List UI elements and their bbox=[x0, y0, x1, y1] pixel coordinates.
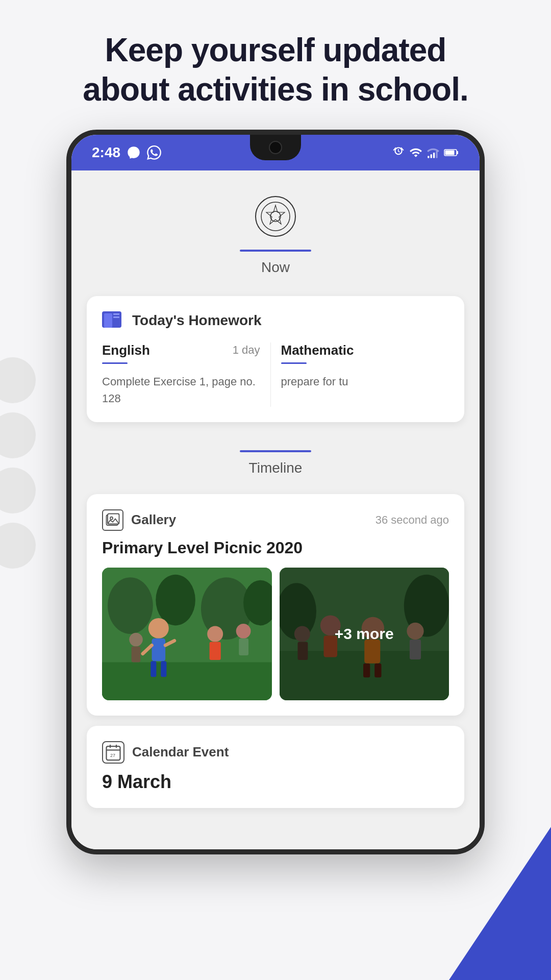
page-title: Keep yourself updated about activities i… bbox=[41, 31, 510, 109]
svg-point-9 bbox=[270, 211, 281, 222]
wifi-icon bbox=[409, 146, 422, 159]
gallery-images: +3 more bbox=[102, 568, 449, 700]
subject-math-name: Mathematic bbox=[281, 342, 354, 358]
svg-rect-34 bbox=[239, 638, 248, 655]
subject-math: Mathematic prepare for tu bbox=[270, 342, 449, 407]
svg-rect-2 bbox=[433, 153, 435, 158]
svg-point-29 bbox=[207, 626, 223, 642]
svg-rect-3 bbox=[436, 151, 437, 158]
alarm-icon bbox=[392, 146, 405, 159]
school-logo bbox=[255, 196, 296, 237]
subject-english-due: 1 day bbox=[233, 344, 260, 357]
subjects-row: English 1 day Complete Exercise 1, page … bbox=[102, 342, 449, 407]
subject-english-desc: Complete Exercise 1, page no. 128 bbox=[102, 373, 260, 407]
status-right-icons bbox=[392, 146, 459, 159]
calendar-icon: 27 bbox=[102, 741, 124, 764]
status-bar: 2:48 bbox=[71, 135, 480, 170]
svg-rect-1 bbox=[431, 154, 432, 158]
svg-point-33 bbox=[236, 624, 251, 639]
phone-frame: 2:48 bbox=[66, 130, 485, 854]
svg-point-19 bbox=[108, 577, 153, 634]
subject-math-desc: prepare for tu bbox=[281, 373, 439, 390]
gallery-image-1[interactable] bbox=[102, 568, 272, 700]
calendar-card: 27 Calendar Event 9 March bbox=[87, 726, 464, 808]
more-overlay: +3 more bbox=[280, 568, 449, 700]
svg-rect-6 bbox=[457, 151, 458, 154]
now-tab-indicator bbox=[240, 250, 311, 252]
gallery-card-time: 36 second ago bbox=[375, 513, 449, 527]
svg-rect-18 bbox=[102, 662, 272, 700]
signal-icon bbox=[427, 146, 440, 159]
svg-point-23 bbox=[148, 618, 169, 639]
book-icon bbox=[102, 311, 124, 330]
subject-english-name: English bbox=[102, 342, 150, 358]
now-tab-label[interactable]: Now bbox=[261, 259, 290, 276]
whatsapp-icon bbox=[147, 145, 161, 160]
homework-card-title: Today's Homework bbox=[132, 312, 262, 329]
calendar-card-type: Calendar Event bbox=[132, 744, 229, 760]
status-left-icons: 2:48 bbox=[92, 144, 161, 161]
svg-text:27: 27 bbox=[110, 753, 115, 758]
subject-english-underline bbox=[102, 362, 128, 364]
timeline-section: Timeline bbox=[71, 432, 480, 484]
svg-point-20 bbox=[156, 574, 195, 625]
status-time: 2:48 bbox=[92, 144, 120, 161]
header-section: Keep yourself updated about activities i… bbox=[0, 0, 551, 130]
svg-rect-12 bbox=[113, 313, 119, 315]
gallery-card-title: Primary Level Picnic 2020 bbox=[102, 538, 449, 557]
phone-notch bbox=[250, 135, 301, 160]
calendar-date: 9 March bbox=[102, 771, 449, 793]
gallery-image-2[interactable]: +3 more bbox=[280, 568, 449, 700]
homework-card-header: Today's Homework bbox=[102, 311, 449, 330]
more-count-label: +3 more bbox=[335, 625, 394, 643]
gallery-card-header: Gallery 36 second ago bbox=[102, 509, 449, 531]
gallery-card-type: Gallery bbox=[131, 512, 176, 528]
front-camera bbox=[269, 141, 282, 154]
phone-mockup: 2:48 bbox=[0, 130, 551, 854]
timeline-tab-indicator bbox=[240, 450, 311, 452]
svg-rect-11 bbox=[104, 313, 112, 328]
svg-point-31 bbox=[129, 632, 143, 646]
svg-rect-26 bbox=[161, 661, 166, 677]
svg-rect-0 bbox=[428, 156, 429, 158]
subject-english-header: English 1 day bbox=[102, 342, 260, 358]
app-content: Now Today's Homework bbox=[71, 170, 480, 849]
gallery-icon bbox=[102, 509, 123, 531]
calendar-card-header: 27 Calendar Event bbox=[102, 741, 449, 764]
svg-rect-24 bbox=[152, 638, 166, 660]
subject-math-underline bbox=[281, 362, 307, 364]
subject-math-header: Mathematic bbox=[281, 342, 439, 358]
timeline-tab-label[interactable]: Timeline bbox=[249, 460, 303, 476]
svg-rect-5 bbox=[445, 150, 455, 155]
messenger-icon bbox=[127, 145, 141, 160]
battery-icon bbox=[444, 146, 459, 159]
svg-rect-30 bbox=[210, 642, 221, 659]
gallery-image-1-placeholder bbox=[102, 568, 272, 700]
svg-point-7 bbox=[261, 202, 290, 231]
subject-english: English 1 day Complete Exercise 1, page … bbox=[102, 342, 270, 407]
homework-card: Today's Homework English 1 day Complete … bbox=[87, 296, 464, 422]
svg-rect-32 bbox=[132, 646, 141, 662]
gallery-card: Gallery 36 second ago Primary Level Picn… bbox=[87, 494, 464, 716]
svg-rect-13 bbox=[113, 316, 119, 318]
now-section: Now bbox=[71, 170, 480, 286]
svg-rect-25 bbox=[151, 661, 156, 677]
